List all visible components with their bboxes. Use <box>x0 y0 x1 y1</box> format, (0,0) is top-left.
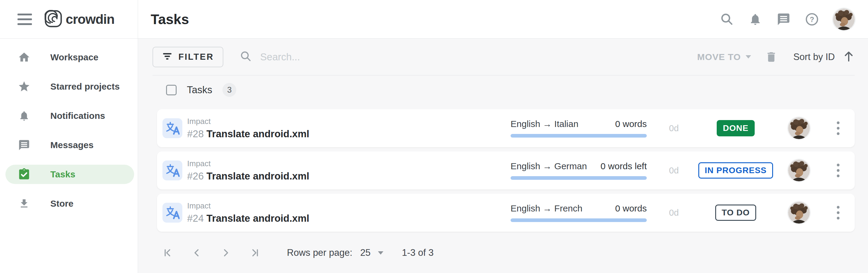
sidebar-item-label: Workspace <box>50 52 98 62</box>
sidebar-item-notifications[interactable]: Notifications <box>5 106 134 126</box>
crowdin-logo[interactable]: crowdin <box>44 10 115 29</box>
search-input[interactable] <box>260 51 471 63</box>
delete-trash-icon[interactable] <box>765 51 778 63</box>
row-kebab-menu-icon[interactable] <box>828 163 849 178</box>
home-icon <box>17 51 31 64</box>
status-badge: TO DO <box>715 204 756 221</box>
task-name-cell: Impact #26 Translate android.xml <box>162 159 510 182</box>
topbar-actions: ? <box>720 8 855 30</box>
next-page-icon[interactable] <box>219 246 233 260</box>
words-count: 0 words left <box>601 161 647 171</box>
list-title: Tasks <box>187 84 212 95</box>
first-page-icon[interactable] <box>161 246 175 260</box>
sidebar-item-label: Tasks <box>50 169 75 180</box>
language-pair: English → French <box>510 203 582 214</box>
hamburger-menu-icon[interactable] <box>18 13 32 25</box>
language-pair: English → Italian <box>510 119 578 129</box>
svg-text:?: ? <box>810 15 814 23</box>
task-row[interactable]: Impact #26 Translate android.xml English… <box>157 152 855 189</box>
rows-per-page-select[interactable]: 25 <box>360 247 383 258</box>
message-icon <box>17 139 31 151</box>
task-title: Translate android.xml <box>207 128 309 140</box>
row-kebab-menu-icon[interactable] <box>828 120 849 136</box>
due-in: 0d <box>647 124 701 133</box>
sidebar-item-tasks[interactable]: Tasks <box>5 165 134 184</box>
sidebar-item-label: Starred projects <box>50 81 120 92</box>
sidebar-item-workspace[interactable]: Workspace <box>5 48 134 67</box>
previous-page-icon[interactable] <box>190 246 204 260</box>
status-badge: DONE <box>717 120 755 136</box>
page-title: Tasks <box>151 11 189 27</box>
row-kebab-menu-icon[interactable] <box>828 205 849 220</box>
task-progress-cell: English → Italian 0 words <box>510 119 647 138</box>
bell-icon <box>17 110 31 121</box>
task-id: #24 <box>187 213 204 224</box>
status-cell: TO DO <box>701 204 770 221</box>
assignee-cell <box>770 202 828 223</box>
language-pair: English → German <box>510 161 587 171</box>
tasks-clipboard-icon <box>17 168 31 181</box>
crowdin-logo-icon <box>44 10 62 29</box>
progress-bar <box>510 176 647 180</box>
translate-task-icon <box>162 203 182 223</box>
sidebar-item-label: Messages <box>50 140 93 150</box>
task-title: Translate android.xml <box>207 170 309 182</box>
task-id: #26 <box>187 170 204 182</box>
sidebar-item-store[interactable]: Store <box>5 194 134 213</box>
translate-task-icon <box>162 118 182 138</box>
words-count: 0 words <box>615 203 647 214</box>
filter-button[interactable]: FILTER <box>153 47 223 67</box>
task-progress-cell: English → German 0 words left <box>510 161 647 180</box>
search-icon[interactable] <box>720 12 734 27</box>
task-name-cell: Impact #24 Translate android.xml <box>162 201 510 224</box>
task-name-cell: Impact #28 Translate android.xml <box>162 117 510 140</box>
task-title: Translate android.xml <box>207 213 309 224</box>
task-name-text: Impact #26 Translate android.xml <box>187 159 309 182</box>
task-progress-cell: English → French 0 words <box>510 203 647 222</box>
star-icon <box>17 80 31 93</box>
move-to-dropdown[interactable]: MOVE TO <box>697 52 751 62</box>
task-id: #28 <box>187 128 204 140</box>
move-to-label: MOVE TO <box>697 52 741 62</box>
select-all-checkbox[interactable] <box>166 85 177 95</box>
due-in: 0d <box>647 208 701 218</box>
task-count-badge: 3 <box>222 83 236 97</box>
last-page-icon[interactable] <box>248 246 261 260</box>
assignee-avatar[interactable] <box>788 117 810 139</box>
sidebar-item-messages[interactable]: Messages <box>5 135 134 155</box>
pagination: Rows per page: 25 1-3 of 3 <box>153 238 855 267</box>
due-in: 0d <box>647 166 701 175</box>
main-content: FILTER MOVE TO <box>138 38 868 273</box>
project-name: Impact <box>187 117 309 126</box>
topbar: Tasks <box>138 0 868 38</box>
project-name: Impact <box>187 159 309 168</box>
user-avatar[interactable] <box>833 8 855 30</box>
help-icon[interactable]: ? <box>805 12 819 27</box>
toolbar: FILTER MOVE TO <box>153 38 855 75</box>
assignee-cell <box>770 117 828 139</box>
task-list-header: Tasks 3 <box>153 75 855 104</box>
task-row[interactable]: Impact #24 Translate android.xml English… <box>157 194 855 232</box>
assignee-avatar[interactable] <box>788 160 810 181</box>
search-box <box>240 50 697 64</box>
filter-icon <box>162 53 173 61</box>
task-row[interactable]: Impact #28 Translate android.xml English… <box>157 109 855 147</box>
progress-bar <box>510 218 647 222</box>
sidebar-item-label: Notifications <box>50 111 105 121</box>
filter-button-label: FILTER <box>179 52 214 62</box>
rows-per-page-value: 25 <box>360 247 370 258</box>
project-name: Impact <box>187 201 309 211</box>
notifications-bell-icon[interactable] <box>748 12 763 27</box>
translate-task-icon <box>162 161 182 181</box>
messages-chat-icon[interactable] <box>776 12 791 27</box>
words-count: 0 words <box>615 119 647 129</box>
assignee-avatar[interactable] <box>788 202 810 223</box>
sidebar-item-starred-projects[interactable]: Starred projects <box>5 77 134 96</box>
search-icon <box>240 50 252 64</box>
task-name-text: Impact #24 Translate android.xml <box>187 201 309 224</box>
sort-control[interactable]: Sort by ID <box>793 50 855 64</box>
download-icon <box>17 198 31 209</box>
sort-direction-arrow-up-icon <box>843 50 855 64</box>
task-name-text: Impact #28 Translate android.xml <box>187 117 309 140</box>
rows-per-page-label: Rows per page: <box>287 247 352 258</box>
